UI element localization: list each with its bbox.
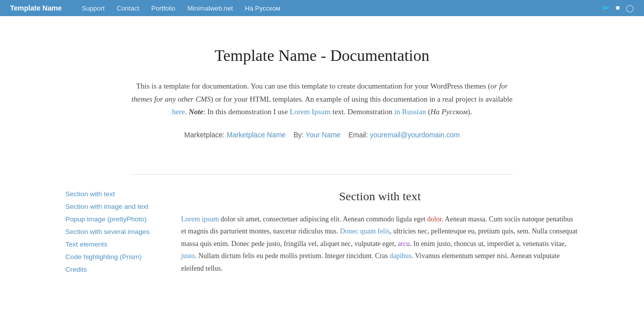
marketplace-name-link[interactable]: Marketplace Name	[226, 131, 286, 139]
navbar: Template Name Support Contact Portfolio …	[0, 0, 644, 16]
content-area: Section with text Section with image and…	[55, 175, 589, 293]
hero-section: Template Name - Documentation This is a …	[121, 16, 523, 159]
your-name-link[interactable]: Your Name	[305, 131, 341, 139]
list-item: Text elements	[65, 240, 156, 249]
list-item: Section with image and text	[65, 202, 156, 211]
intro-text-4: : In this demonstration I use	[203, 108, 290, 116]
nav-icons: 🐦 ■ ◯	[601, 4, 634, 13]
list-item: Credits	[65, 265, 156, 274]
sidebar-item-section-text[interactable]: Section with text	[65, 190, 115, 198]
main-text-1: dolor sit amet, consectetuer adipiscing …	[219, 215, 427, 223]
main-paragraph: Lorem ipsum dolor sit amet, consectetuer…	[181, 213, 579, 275]
intro-text-2: ) or for your HTML templates. An example…	[211, 95, 513, 103]
dapibus-link[interactable]: dapibus	[389, 252, 412, 260]
github-icon[interactable]: ◯	[626, 4, 634, 13]
hero-title: Template Name - Documentation	[131, 46, 513, 65]
lorem-ipsum-link[interactable]: Lorem Ipsum	[290, 108, 331, 116]
sidebar-item-code-highlighting[interactable]: Code highlighting (Prism)	[65, 253, 142, 261]
hero-intro: This is a template for documentation. Yo…	[131, 80, 513, 119]
sidebar: Section with text Section with image and…	[65, 190, 166, 278]
email-link[interactable]: youremail@yourdomain.com	[370, 131, 459, 139]
arcu-link[interactable]: arcu	[397, 240, 410, 248]
nav-link-support[interactable]: Support	[82, 5, 105, 12]
sidebar-nav: Section with text Section with image and…	[65, 190, 156, 274]
na-russkom: На Русском	[430, 108, 467, 116]
sidebar-item-credits[interactable]: Credits	[65, 266, 87, 273]
here-link[interactable]: here	[172, 108, 185, 116]
intro-text-1: This is a template for documentation. Yo…	[136, 82, 491, 90]
main-content: Section with text Lorem ipsum dolor sit …	[166, 190, 579, 278]
nav-link-minimalweb[interactable]: Minimalweb.net	[188, 5, 233, 12]
donec-link[interactable]: Donec quam felis	[340, 227, 390, 235]
main-text-5: . Nullam dictum felis eu pede mollis pre…	[195, 252, 389, 260]
intro-text-7: ).	[468, 108, 472, 116]
nav-links: Support Contact Portfolio Minimalweb.net…	[82, 5, 601, 12]
hero-meta: Marketplace: Marketplace Name By: Your N…	[131, 131, 513, 139]
section-title: Section with text	[181, 190, 579, 203]
list-item: Section with text	[65, 190, 156, 198]
intro-text-3: .	[185, 108, 189, 116]
facebook-icon[interactable]: ■	[616, 4, 620, 12]
marketplace-label: Marketplace:	[184, 131, 224, 139]
sidebar-item-section-image-text[interactable]: Section with image and text	[65, 203, 148, 210]
main-text-4: . In enim justo, rhoncus ut, imperdiet a…	[410, 240, 566, 248]
sidebar-item-several-images[interactable]: Section with several images	[65, 228, 149, 235]
sidebar-item-popup-image[interactable]: Popup image (prettyPhoto)	[65, 215, 146, 223]
nav-link-portfolio[interactable]: Portfolio	[151, 5, 176, 12]
in-russian-link[interactable]: in Russian	[394, 108, 426, 116]
list-item: Code highlighting (Prism)	[65, 253, 156, 261]
note-label: Note	[189, 108, 203, 116]
intro-text-5: text. Demonstration	[331, 108, 394, 116]
list-item: Section with several images	[65, 227, 156, 236]
sidebar-item-text-elements[interactable]: Text elements	[65, 240, 107, 248]
lorem-ipsum-text-link[interactable]: Lorem ipsum	[181, 215, 219, 223]
list-item: Popup image (prettyPhoto)	[65, 215, 156, 223]
justo-link[interactable]: justo	[181, 252, 195, 260]
nav-link-russian[interactable]: На Русском	[245, 5, 280, 12]
email-label: Email:	[348, 131, 368, 139]
dolor-link[interactable]: dolor	[427, 215, 442, 223]
nav-brand: Template Name	[10, 4, 61, 12]
by-label: By:	[293, 131, 303, 139]
twitter-icon[interactable]: 🐦	[601, 4, 610, 13]
nav-link-contact[interactable]: Contact	[117, 5, 139, 12]
